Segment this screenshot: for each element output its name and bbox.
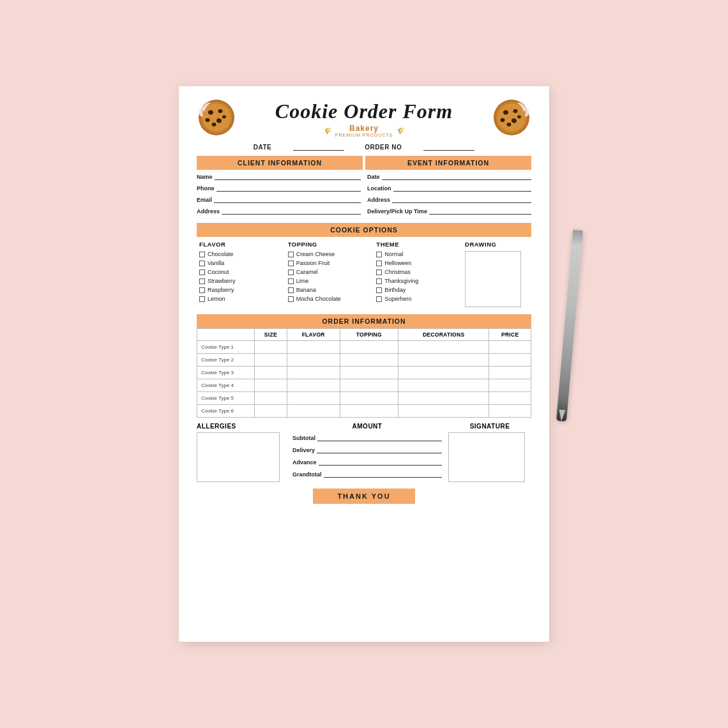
svg-point-2 [202, 103, 231, 132]
flavor-coconut: Coconut [199, 269, 288, 275]
date-field[interactable] [293, 144, 344, 151]
bakery-name: Bakery [335, 124, 393, 133]
field-delivery: Delivery [292, 446, 442, 453]
col-decorations: DECORATIONS [398, 329, 489, 341]
table-row: Cookie Type 6 [197, 405, 531, 418]
bakery-name-area: Bakery PREMIUM PRODUCTS [335, 124, 393, 137]
event-info-col: Date Location Address Delivery/Pick Up T… [367, 172, 531, 218]
order-no-field[interactable] [423, 144, 474, 151]
flavor-strawberry: Strawberry [199, 278, 288, 284]
bottom-section: ALLERGIES AMOUNT Subtotal Delivery Advan… [197, 423, 531, 482]
theme-title: THEME [376, 241, 465, 248]
info-headers-row: CLIENT INFORMATION EVENT INFORMATION [197, 156, 531, 170]
topping-caramel: Caramel [288, 269, 377, 275]
form-header: Cookie Order Form 🌾 Bakery PREMIUM PRODU… [197, 98, 531, 140]
form-page: Cookie Order Form 🌾 Bakery PREMIUM PRODU… [179, 86, 549, 642]
flavor-raspberry: Raspberry [199, 287, 288, 293]
cookie-type-2: Cookie Type 2 [197, 354, 255, 367]
theme-birthday: Birthday [376, 287, 465, 293]
order-info-header: ORDER INFORMATION [197, 314, 531, 328]
topping-col: TOPPING Cream Cheese Passion Fruit Caram… [288, 241, 377, 307]
svg-point-11 [497, 103, 526, 132]
field-subtotal: Subtotal [292, 434, 442, 441]
bakery-subtitle: PREMIUM PRODUCTS [335, 133, 393, 137]
theme-normal: Normal [376, 251, 465, 257]
flavor-vanilla: Vanilla [199, 260, 288, 266]
cookie-options-header: COOKIE OPTIONS [197, 223, 531, 237]
cookie-icon-right [492, 98, 531, 140]
signature-area: SIGNATURE [448, 423, 531, 482]
title-area: Cookie Order Form 🌾 Bakery PREMIUM PRODU… [241, 100, 487, 137]
field-grandtotal: Grandtotal [292, 470, 442, 478]
flavor-col: FLAVOR Chocolate Vanilla Coconut Strawbe… [199, 241, 288, 307]
cookie-type-3: Cookie Type 3 [197, 367, 255, 379]
col-topping: TOPPING [340, 329, 398, 341]
allergies-area: ALLERGIES [197, 423, 286, 482]
pen-tip [558, 409, 566, 421]
cookie-icon-left [197, 98, 236, 140]
event-info-header: EVENT INFORMATION [365, 156, 531, 170]
date-order-row: DATE ORDER NO [197, 144, 531, 151]
signature-title: SIGNATURE [448, 423, 531, 430]
col-flavor: FLAVOR [287, 329, 340, 341]
field-email: Email [197, 195, 361, 203]
col-price: PRICE [489, 329, 531, 341]
drawing-box[interactable] [465, 251, 521, 307]
cookie-options-section: COOKIE OPTIONS FLAVOR Chocolate Vanilla … [197, 223, 531, 310]
wheat-icon-left: 🌾 [324, 127, 331, 134]
flavor-chocolate: Chocolate [199, 251, 288, 257]
table-row: Cookie Type 2 [197, 354, 531, 367]
thank-you-footer: THANK YOU [313, 489, 415, 504]
topping-title: TOPPING [288, 241, 377, 248]
topping-mocha: Mocha Chocolate [288, 296, 377, 302]
order-table: SIZE FLAVOR TOPPING DECORATIONS PRICE Co… [197, 328, 531, 418]
topping-passion-fruit: Passion Fruit [288, 260, 377, 266]
drawing-title: DRAWING [465, 241, 529, 248]
order-info-section: ORDER INFORMATION SIZE FLAVOR TOPPING DE… [197, 314, 531, 418]
theme-thanksgiving: Thanksgiving [376, 278, 465, 284]
allergies-title: ALLERGIES [197, 423, 286, 430]
col-size: SIZE [255, 329, 287, 341]
form-title: Cookie Order Form [241, 100, 487, 123]
cookie-type-6: Cookie Type 6 [197, 405, 255, 418]
table-row: Cookie Type 1 [197, 341, 531, 354]
table-row: Cookie Type 3 [197, 367, 531, 379]
field-name: Name [197, 172, 361, 180]
topping-banana: Banana [288, 287, 377, 293]
flavor-title: FLAVOR [199, 241, 288, 248]
theme-christmas: Christmas [376, 269, 465, 275]
field-address-client: Address [197, 207, 361, 215]
cookie-type-4: Cookie Type 4 [197, 379, 255, 392]
field-advance: Advance [292, 458, 442, 466]
client-info-col: Name Phone Email Address [197, 172, 361, 218]
allergies-box[interactable] [197, 432, 280, 482]
field-address-event: Address [367, 195, 531, 203]
drawing-col: DRAWING [465, 241, 529, 307]
amount-area: AMOUNT Subtotal Delivery Advance Grandto… [292, 423, 442, 482]
flavor-lemon: Lemon [199, 296, 288, 302]
topping-cream-cheese: Cream Cheese [288, 251, 377, 257]
order-no-label: ORDER NO [365, 144, 402, 151]
wheat-icon-right: 🌾 [397, 127, 404, 134]
amount-title: AMOUNT [292, 423, 442, 430]
info-columns: Name Phone Email Address Date Locat [197, 172, 531, 218]
table-row: Cookie Type 4 [197, 379, 531, 392]
date-label: DATE [254, 144, 271, 151]
theme-col: THEME Normal Helloween Christmas Thanksg… [376, 241, 465, 307]
pen-decoration [556, 230, 583, 421]
field-event-date: Date [367, 172, 531, 180]
table-header-row: SIZE FLAVOR TOPPING DECORATIONS PRICE [197, 329, 531, 341]
theme-superhero: Superhero [376, 296, 465, 302]
col-type [197, 329, 255, 341]
cookie-type-5: Cookie Type 5 [197, 392, 255, 405]
table-row: Cookie Type 5 [197, 392, 531, 405]
theme-helloween: Helloween [376, 260, 465, 266]
field-phone: Phone [197, 184, 361, 192]
options-grid: FLAVOR Chocolate Vanilla Coconut Strawbe… [197, 237, 531, 310]
bakery-badge: 🌾 Bakery PREMIUM PRODUCTS 🌾 [241, 124, 487, 137]
field-delivery-time: Delivery/Pick Up Time [367, 207, 531, 215]
field-location: Location [367, 184, 531, 192]
signature-box[interactable] [448, 432, 525, 482]
cookie-type-1: Cookie Type 1 [197, 341, 255, 354]
topping-lime: Lime [288, 278, 377, 284]
